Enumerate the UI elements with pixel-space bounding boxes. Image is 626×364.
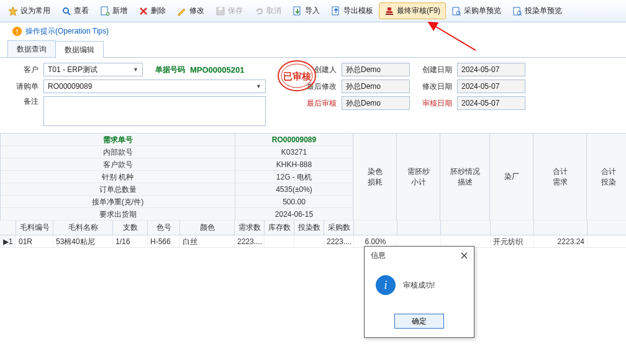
dialog-info-icon: i: [376, 275, 396, 295]
tb-edit[interactable]: 修改: [171, 2, 210, 19]
request-label: 请购单: [9, 81, 39, 92]
tb-set-default[interactable]: 设为常用: [2, 2, 56, 19]
kv-val-2: KHKH-888: [235, 158, 353, 170]
lastmod-label: 最后修改: [299, 81, 337, 92]
sub-columns: 毛料编号 毛料名称 支数 色号 颜色 需求数 库存数 投染数 采购数: [0, 221, 626, 235]
tb-save-label: 保存: [228, 6, 243, 16]
svg-rect-12: [386, 14, 393, 15]
tb-save[interactable]: 保存: [210, 2, 248, 19]
cell-count: 1/16: [113, 235, 148, 247]
col-stock: 库存数: [265, 221, 294, 235]
col-count: 支数: [113, 221, 148, 235]
chevron-down-icon: ▼: [256, 83, 261, 89]
kv-val-4: 4535(±0%): [235, 183, 353, 195]
save-icon: [215, 6, 225, 16]
stamp-icon: [384, 6, 394, 16]
request-value: RO00009089: [48, 82, 92, 91]
tb-new-label: 新增: [112, 6, 127, 16]
import-icon: [293, 6, 302, 16]
audit-date-label: 审核日期: [415, 98, 452, 109]
kv-val-1: K03271: [235, 146, 353, 158]
mod-date-label: 修改日期: [415, 81, 452, 92]
kv-key-2: 客户款号: [1, 158, 235, 170]
kv-key-3: 针别 机种: [1, 171, 235, 183]
kv-val-5: 500.00: [235, 196, 353, 207]
cell-dye: [294, 235, 324, 247]
table-row[interactable]: ▶1 01R 53棉40粘尼 1/16 H-566 白丝 2223.... 22…: [0, 235, 626, 248]
dialog-ok-button[interactable]: 确定: [394, 314, 444, 329]
col-buy: 采购数: [324, 221, 354, 235]
cell-color: 白丝: [180, 235, 235, 247]
tb-import[interactable]: 导入: [287, 2, 325, 19]
tab-edit[interactable]: 数据编辑: [55, 41, 104, 58]
tb-cancel-label: 取消: [266, 6, 281, 16]
kv-values: RO00009089 K03271 KHKH-888 12G - 电机 4535…: [235, 134, 353, 221]
kv-key-6: 要求出货期: [1, 208, 235, 220]
preview-icon: [512, 6, 522, 16]
tb-delete[interactable]: 删除: [133, 2, 171, 19]
svg-point-1: [63, 8, 68, 13]
svg-rect-11: [386, 11, 392, 13]
kv-val-6: 2024-06-15: [235, 208, 353, 220]
tb-dye-preview-label: 投染单预览: [525, 6, 562, 16]
kv-val-3: 12G - 电机: [235, 171, 353, 183]
tb-dye-preview[interactable]: 投染单预览: [507, 2, 568, 19]
operation-tips[interactable]: ! 操作提示(Operation Tips): [0, 22, 626, 40]
svg-rect-8: [219, 7, 222, 10]
search-icon: [61, 6, 71, 16]
row-indicator: ▶1: [0, 235, 16, 247]
kv-val-0: RO00009089: [235, 134, 353, 145]
svg-line-15: [460, 14, 461, 16]
col-total-dye: 合计 投染: [587, 134, 626, 220]
cell-colorno: H-566: [148, 235, 180, 247]
tb-view[interactable]: 查看: [56, 2, 94, 19]
svg-marker-0: [9, 7, 17, 16]
kv-keys: 需求单号 内部款号 客户款号 针别 机种 订单总数量 接单净重(克/件) 要求出…: [1, 134, 235, 221]
col-color: 颜色: [180, 221, 235, 235]
remark-label: 备注: [9, 96, 39, 107]
col-factory: 染厂: [490, 134, 533, 220]
customer-combo[interactable]: T01 - ERP测试 ▼: [43, 63, 143, 76]
toolbar: 设为常用 查看 新增 删除 修改 保存 取消 导入 导出模板 最终审核(F9) …: [0, 0, 626, 22]
col-yarn-desc: 胚纱情况 描述: [440, 134, 490, 220]
mod-date-field: 2024-05-07: [457, 80, 525, 93]
undo-icon: [254, 6, 264, 16]
dialog-close-button[interactable]: [458, 249, 470, 262]
tb-export-tpl-label: 导出模板: [343, 6, 373, 16]
cell-buy: 2223....: [324, 235, 354, 247]
docno-value: MPO00005201: [190, 65, 265, 75]
tb-export-tpl[interactable]: 导出模板: [325, 2, 379, 19]
lastaudit-label: 最后审核: [299, 98, 337, 109]
create-date-label: 创建日期: [415, 65, 452, 75]
remark-textarea[interactable]: [43, 96, 266, 126]
tb-delete-label: 删除: [151, 6, 166, 16]
request-combo[interactable]: RO00009089 ▼: [43, 80, 266, 93]
tips-label: 操作提示(Operation Tips): [25, 26, 109, 37]
cell-code: 01R: [16, 235, 53, 247]
col-total-need: 合计 需求: [533, 134, 587, 220]
create-date-field: 2024-05-07: [457, 63, 525, 76]
pencil-icon: [177, 6, 187, 16]
tb-edit-label: 修改: [189, 6, 204, 16]
tb-cancel[interactable]: 取消: [248, 2, 287, 19]
col-yarn-subtotal: 需胚纱 小计: [397, 134, 440, 220]
tb-po-preview-label: 采购单预览: [464, 6, 501, 16]
tb-new[interactable]: 新增: [94, 2, 133, 19]
tb-final-audit[interactable]: 最终审核(F9): [379, 2, 446, 19]
tb-set-default-label: 设为常用: [20, 6, 50, 16]
tall-columns: 染色 损耗 需胚纱 小计 胚纱情况 描述 染厂 合计 需求 合计 投染: [353, 134, 626, 221]
tb-import-label: 导入: [305, 6, 320, 16]
cell-need: 2223....: [235, 235, 265, 247]
info-dialog: 信息 i 审核成功! 确定: [364, 246, 474, 338]
tabs: 数据查询 数据编辑: [0, 40, 626, 58]
svg-line-2: [68, 12, 70, 15]
lastaudit-field: 孙总Demo: [342, 96, 410, 110]
col-dye-loss: 染色 损耗: [353, 134, 397, 220]
tb-po-preview[interactable]: 采购单预览: [446, 2, 507, 19]
cell-stock: [265, 235, 294, 247]
export-icon: [331, 6, 341, 16]
lastmod-field: 孙总Demo: [342, 80, 410, 93]
cell-name: 53棉40粘尼: [53, 235, 113, 247]
star-icon: [8, 6, 18, 16]
tab-query[interactable]: 数据查询: [7, 40, 56, 57]
